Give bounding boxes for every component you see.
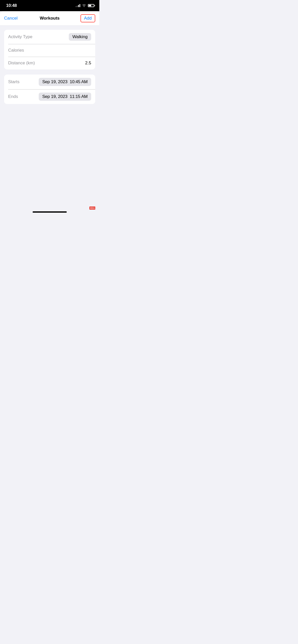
distance-row[interactable]: Distance (km) 2.5	[4, 57, 95, 69]
signal-icon	[76, 4, 80, 7]
activity-type-value[interactable]: Walking	[69, 33, 91, 41]
activity-type-row[interactable]: Activity Type Walking	[4, 30, 95, 44]
distance-value: 2.5	[85, 61, 91, 66]
activity-section: Activity Type Walking Calories Distance …	[4, 30, 95, 69]
ends-value[interactable]: Sep 19, 2023 11:15 AM	[39, 93, 91, 101]
cancel-button[interactable]: Cancel	[4, 15, 18, 22]
ends-label: Ends	[8, 94, 18, 99]
add-button[interactable]: Add	[80, 14, 95, 22]
starts-row[interactable]: Starts Sep 19, 2023 10:45 AM	[4, 75, 95, 89]
form-content: Activity Type Walking Calories Distance …	[0, 26, 99, 113]
status-bar: 10:48	[0, 0, 99, 11]
calories-row[interactable]: Calories	[4, 44, 95, 57]
nav-bar: Cancel Workouts Add	[0, 11, 99, 26]
modal-sheet: Cancel Workouts Add Activity Type Walkin…	[0, 11, 99, 215]
page-title: Workouts	[40, 16, 60, 21]
watermark-icon: XDA	[89, 207, 95, 210]
starts-value[interactable]: Sep 19, 2023 10:45 AM	[39, 78, 91, 86]
watermark: XDA	[89, 207, 95, 210]
ends-row[interactable]: Ends Sep 19, 2023 11:15 AM	[4, 89, 95, 104]
status-time: 10:48	[6, 3, 17, 8]
time-section: Starts Sep 19, 2023 10:45 AM Ends Sep 19…	[4, 75, 95, 104]
distance-label: Distance (km)	[8, 61, 35, 66]
home-indicator	[33, 211, 67, 213]
calories-label: Calories	[8, 48, 24, 53]
status-icons	[76, 4, 94, 8]
starts-label: Starts	[8, 79, 19, 84]
wifi-icon	[82, 4, 86, 8]
battery-icon	[88, 4, 94, 7]
activity-type-label: Activity Type	[8, 34, 32, 39]
